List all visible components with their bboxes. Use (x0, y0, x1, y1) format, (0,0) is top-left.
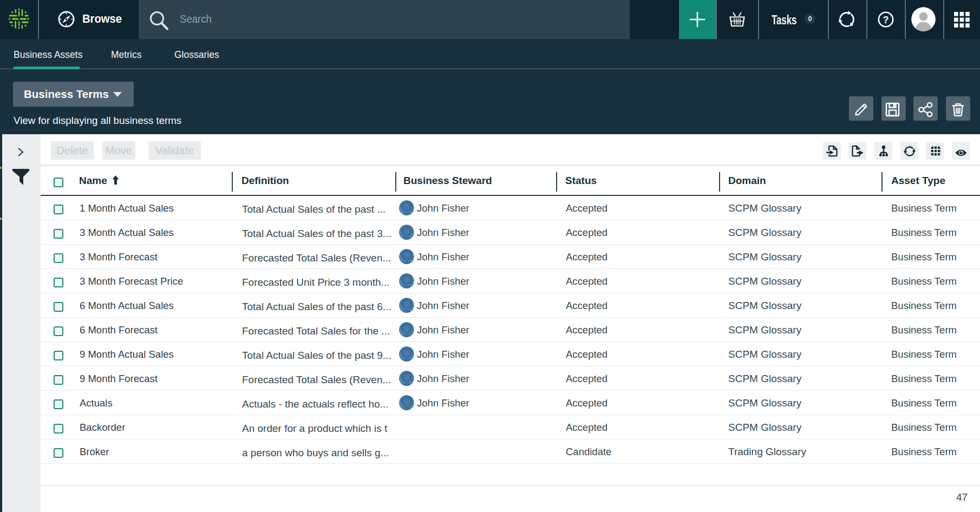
svg-text:?: ? (883, 15, 889, 25)
